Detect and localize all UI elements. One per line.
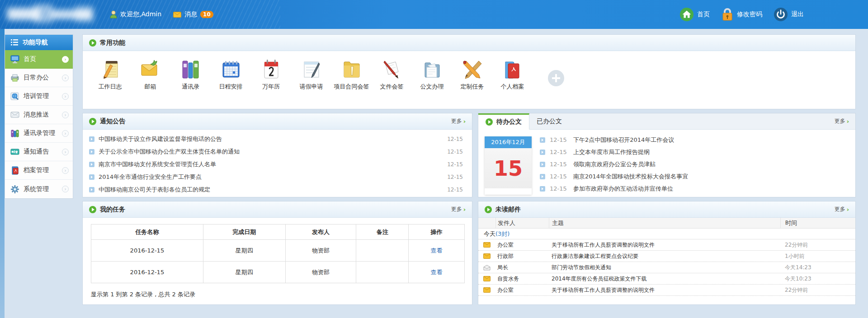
todo-more-link[interactable]: 更多 › [835, 113, 855, 129]
quick-item-personal-archive[interactable]: 个人档案 [492, 58, 533, 91]
sidebar-item-label[interactable]: 通讯录管理 [24, 129, 55, 137]
quick-item-project-contract[interactable]: 项目合同会签 [331, 58, 372, 91]
notice-item[interactable]: 南京市中国移动支付系统安全管理责任人名单 12-15 [89, 158, 463, 171]
notices-more-link[interactable]: 更多 › [451, 117, 466, 125]
quick-item-label[interactable]: 公文办理 [420, 83, 444, 91]
sidebar-item-label[interactable]: 消息推送 [24, 111, 49, 119]
mail-sender[interactable]: 办公室 [495, 286, 549, 294]
change-password-button[interactable]: 修改密码 [722, 8, 762, 21]
change-password-label[interactable]: 修改密码 [737, 10, 762, 19]
sidebar-item-label[interactable]: 通知通告 [24, 148, 49, 156]
mail-subject[interactable]: 2014年度所有公务员征税政策文件下载 [549, 275, 780, 283]
contacts-icon [180, 58, 202, 80]
quick-item-label[interactable]: 邮箱 [145, 83, 156, 91]
home-nav-label[interactable]: 首页 [697, 10, 710, 19]
quick-item-file-countersign[interactable]: 文件会签 [372, 58, 412, 91]
logout-button[interactable]: 退出 [774, 8, 804, 21]
quick-item-official-doc[interactable]: 公文办理 [412, 58, 452, 91]
sidebar-item-label[interactable]: 档案管理 [24, 166, 49, 174]
quick-item-label[interactable]: 万年历 [262, 83, 280, 91]
mail-subject[interactable]: 行政廉洁形象建设工程要点会议纪要 [549, 253, 780, 260]
todo-text[interactable]: 下午2点中国移动召开2014年工作会议 [573, 136, 674, 144]
quick-item-label[interactable]: 个人档案 [501, 83, 524, 91]
todo-item[interactable]: 12-15 领取南京政府办公室公务员津贴 [540, 158, 848, 170]
notice-text[interactable]: 中国移动南京公司关于表彰各位员工的规定 [99, 186, 210, 194]
tab-done-docs[interactable]: 已办公文 [529, 113, 569, 129]
sidebar-item-label[interactable]: 首页 [24, 55, 36, 63]
quick-item-label[interactable]: 工作日志 [99, 83, 122, 91]
todo-item[interactable]: 12-15 上交本年度市局工作报告提纲 [540, 146, 848, 158]
quick-item-label[interactable]: 通讯录 [182, 83, 199, 91]
sidebar-item-home[interactable]: 首页 › [5, 50, 73, 69]
sidebar-item-archives[interactable]: 档案管理 › [5, 161, 73, 180]
more-label[interactable]: 更多 [451, 117, 462, 125]
sidebar-item-message-push[interactable]: 消息推送 › [5, 106, 73, 124]
home-nav-button[interactable]: 首页 [680, 8, 710, 21]
col-time: 时间 [780, 218, 855, 228]
sidebar-item-label[interactable]: 日常办公 [24, 74, 49, 82]
quick-item-custom-task[interactable]: 定制任务 [452, 58, 492, 91]
add-quick-function-button[interactable] [548, 70, 564, 86]
quick-item-label[interactable]: 定制任务 [461, 83, 484, 91]
mail-sender[interactable]: 行政部 [495, 253, 549, 260]
quick-item-mailbox[interactable]: 邮箱 [130, 58, 170, 91]
tab-todo-docs[interactable]: 待办公文 [478, 113, 529, 130]
todo-item[interactable]: 12-15 南京2014年全国移动技术投标大会报名事宜 [540, 170, 848, 182]
mail-subject[interactable]: 部门劳动节放假相关通知 [549, 264, 780, 271]
mail-row[interactable]: 局长 部门劳动节放假相关通知 今天14:23 [478, 262, 855, 273]
more-label[interactable]: 更多 [835, 206, 845, 213]
quick-item-label[interactable]: 文件会签 [380, 83, 404, 91]
quick-item-label[interactable]: 请假申请 [300, 83, 323, 91]
tab-label[interactable]: 已办公文 [537, 117, 562, 126]
sidebar-item-label[interactable]: 培训管理 [24, 92, 49, 100]
notice-item[interactable]: 2014年全市通信行业安全生产工作要点 12-15 [89, 171, 463, 183]
mail-sender[interactable]: 自贡水务 [495, 275, 549, 283]
quick-item-label[interactable]: 项目合同会签 [334, 83, 369, 91]
mail-sender[interactable]: 局长 [495, 264, 549, 271]
quick-item-schedule[interactable]: 日程安排 [211, 58, 251, 91]
notice-item[interactable]: 关于公示全市中国移动办公生产双主体责任名单的通知 12-15 [89, 145, 463, 158]
todo-text[interactable]: 南京2014年全国移动技术投标大会报名事宜 [573, 173, 688, 181]
unread-mail-more-link[interactable]: 更多 › [835, 206, 849, 213]
messages-label[interactable]: 消息 [184, 10, 197, 19]
quick-item-worklog[interactable]: 工作日志 [90, 58, 130, 91]
mail-row[interactable]: 自贡水务 2014年度所有公务员征税政策文件下载 今天10:23 [478, 273, 855, 285]
messages-group[interactable]: 消息 10 [173, 10, 213, 19]
quick-item-label[interactable]: 日程安排 [219, 83, 243, 91]
logout-label[interactable]: 退出 [791, 10, 804, 19]
mail-row[interactable]: 办公室 关于移动所有工作人员薪资调整的说明文件 22分钟前 [478, 285, 855, 296]
mail-subject[interactable]: 关于移动所有工作人员薪资调整的说明文件 [549, 286, 780, 294]
todo-item[interactable]: 12-15 参加市政府举办的互动活动并宣传单位 [540, 182, 848, 195]
mail-row[interactable]: 行政部 行政廉洁形象建设工程要点会议纪要 1小时前 [478, 251, 855, 262]
notice-text[interactable]: 关于公示全市中国移动办公生产双主体责任名单的通知 [99, 148, 240, 156]
sidebar-item-daily-office[interactable]: 日常办公 › [5, 69, 73, 87]
sidebar-item-label[interactable]: 系统管理 [24, 185, 49, 193]
sidebar-item-notices[interactable]: 通知通告 › [5, 143, 73, 161]
notice-text[interactable]: 2014年全市通信行业安全生产工作要点 [99, 173, 202, 181]
quick-item-perpetual-calendar[interactable]: 万年历 [251, 58, 291, 91]
notice-item[interactable]: 中国移动关于设立作风建设监督举报电话的公告 12-15 [89, 133, 463, 145]
view-task-link[interactable]: 查看 [431, 269, 443, 276]
sidebar-item-system[interactable]: 系统管理 › [5, 180, 73, 198]
notice-text[interactable]: 南京市中国移动支付系统安全管理责任人名单 [99, 160, 216, 168]
mail-row[interactable]: 办公室 关于移动所有工作人员薪资调整的说明文件 22分钟前 [478, 239, 855, 251]
sidebar-item-training[interactable]: 培训管理 › [5, 87, 73, 106]
view-task-link[interactable]: 查看 [431, 247, 443, 254]
my-tasks-more-link[interactable]: 更多 › [451, 206, 466, 213]
notice-item[interactable]: 中国移动南京公司关于表彰各位员工的规定 12-15 [89, 183, 463, 196]
notice-text[interactable]: 中国移动关于设立作风建设监督举报电话的公告 [99, 135, 222, 143]
tab-label[interactable]: 待办公文 [496, 118, 522, 126]
quick-item-contacts[interactable]: 通讯录 [170, 58, 211, 91]
mail-sender[interactable]: 办公室 [495, 241, 549, 249]
sidebar-item-contacts-mgmt[interactable]: 通讯录管理 › [5, 124, 73, 143]
todo-text[interactable]: 参加市政府举办的互动活动并宣传单位 [573, 185, 673, 193]
todo-item[interactable]: 12-15 下午2点中国移动召开2014年工作会议 [540, 134, 848, 146]
todo-text[interactable]: 上交本年度市局工作报告提纲 [573, 148, 650, 156]
mail-subject[interactable]: 关于移动所有工作人员薪资调整的说明文件 [549, 241, 780, 249]
todo-text[interactable]: 领取南京政府办公室公务员津贴 [573, 160, 656, 168]
bullet-arrow-icon [89, 149, 94, 154]
more-label[interactable]: 更多 [451, 206, 462, 213]
more-label[interactable]: 更多 [835, 117, 845, 125]
quick-functions-row: 工作日志 邮箱 通讯录 日程安排 万年历 请假申请 项目合同会签 文件会签 [83, 51, 855, 91]
quick-item-leave-request[interactable]: 请假申请 [291, 58, 331, 91]
